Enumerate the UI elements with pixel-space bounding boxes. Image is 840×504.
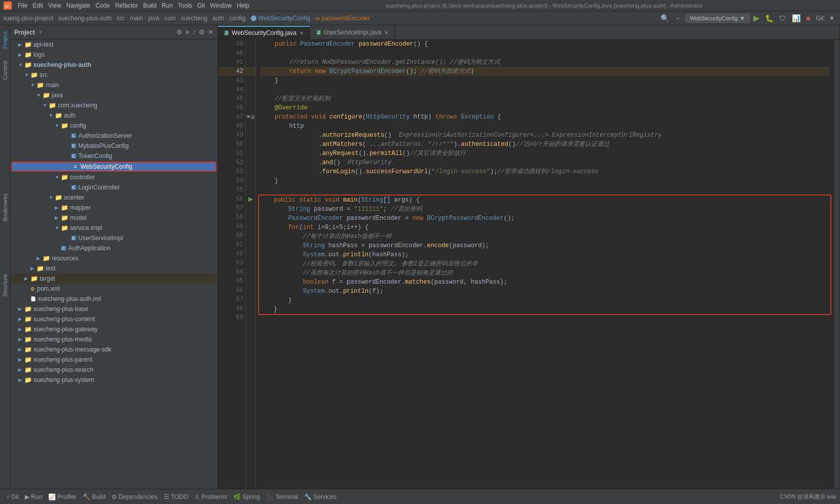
- tree-item-gateway[interactable]: ▶ 📁 xuecheng-plus-gateway: [10, 324, 217, 334]
- breadcrumb-project: xueng-plus-project: [3, 15, 53, 22]
- tree-item-pom[interactable]: ⚙ pom.xml: [10, 284, 217, 294]
- breadcrumb-com: com: [164, 15, 176, 22]
- scrollbar[interactable]: [833, 40, 839, 489]
- tree-item-iml[interactable]: 📄 xuecheng-plus-auth.iml: [10, 294, 217, 304]
- sidebar-filter-icon[interactable]: ⚙: [199, 28, 205, 36]
- tree-item-mapper[interactable]: ▶ 📁 mapper: [10, 203, 217, 213]
- tree-item-ucenter[interactable]: ▼ 📁 ucenter: [10, 192, 217, 203]
- code-editor[interactable]: 39 40 41 42 43 44 45 46 47 48 49 50 51 5…: [218, 40, 839, 489]
- tree-item-web-security-config[interactable]: C WebSecurityConfig: [11, 162, 216, 172]
- tree-item-user-service[interactable]: C UserServiceImpl: [10, 233, 217, 243]
- bottom-spring[interactable]: 🌿 Spring: [231, 492, 262, 501]
- breadcrumb-method: m passwordEncoder: [315, 15, 370, 22]
- tree-item-login-controller[interactable]: C LoginController: [10, 182, 217, 192]
- tree-item-auth-app[interactable]: C AuthApplication: [10, 243, 217, 253]
- breadcrumb-java: java: [148, 15, 159, 22]
- tree-item-target[interactable]: ▶ 📁 target: [10, 274, 217, 284]
- tree-item-service-impl[interactable]: ▼ 📁 service.impl: [10, 223, 217, 233]
- tree-item-model[interactable]: ▶ 📁 model: [10, 213, 217, 223]
- tab-close-1[interactable]: ✕: [300, 30, 304, 36]
- left-side-tabs: Project Commit Bookmarks Structure: [0, 25, 10, 489]
- side-tab-bookmarks[interactable]: Bookmarks: [1, 191, 9, 223]
- sidebar-settings-icon[interactable]: ⚙: [176, 28, 182, 36]
- menu-window[interactable]: Window: [207, 2, 234, 9]
- bottom-todo[interactable]: ☰ TODO: [162, 492, 190, 501]
- bottom-build[interactable]: 🔨 Build: [81, 492, 107, 501]
- tree-item-src[interactable]: ▼ 📁 src: [10, 70, 217, 80]
- tree-item-java[interactable]: ▼ 📁 java: [10, 90, 217, 100]
- menu-build[interactable]: Build: [140, 2, 159, 9]
- breadcrumb-class: ⬤ WebSecurityConfig: [250, 15, 310, 22]
- menu-run[interactable]: Run: [159, 2, 175, 9]
- menu-navigate[interactable]: Navigate: [64, 2, 93, 9]
- side-tab-structure[interactable]: Structure: [1, 272, 9, 299]
- profile-button[interactable]: 📊: [790, 13, 802, 23]
- bottom-services[interactable]: 🔧 Services: [302, 492, 339, 501]
- breadcrumb-src: src: [117, 15, 125, 22]
- menu-view[interactable]: View: [46, 2, 64, 9]
- tree-item-search[interactable]: ▶ 📁 xuecheng-plus-search: [10, 365, 217, 375]
- git-label: Git:: [816, 15, 825, 22]
- tree-item-token-config[interactable]: C TokenConfig: [10, 151, 217, 161]
- tree-item-resources[interactable]: ▶ 📁 resources: [10, 253, 217, 263]
- menu-tools[interactable]: Tools: [175, 2, 195, 9]
- bottom-git[interactable]: ⑂ Git: [4, 492, 21, 501]
- sidebar-close-icon[interactable]: ✕: [208, 28, 213, 36]
- menu-refactor[interactable]: Refactor: [113, 2, 140, 9]
- line-numbers: 39 40 41 42 43 44 45 46 47 48 49 50 51 5…: [218, 40, 246, 489]
- bottom-profiler[interactable]: 📈 Profiler: [46, 492, 79, 501]
- editor-tabs: J WebSecurityConfig.java ✕ J UserService…: [218, 25, 839, 40]
- tree-item-com-xuecheng[interactable]: ▼ 📁 com.xuecheng: [10, 100, 217, 110]
- problems-icon: ⚠: [194, 493, 200, 500]
- menu-help[interactable]: Help: [234, 2, 252, 9]
- tree-item-test[interactable]: ▶ 📁 test: [10, 263, 217, 274]
- tree-item-logs[interactable]: ▶ 📁 logs: [10, 50, 217, 60]
- code-text[interactable]: public PasswordEncoder passwordEncoder()…: [256, 40, 833, 489]
- bottom-run[interactable]: ▶ Run: [23, 492, 44, 501]
- sidebar-collapse-icon[interactable]: ≡: [186, 28, 190, 36]
- tree-item-main[interactable]: ▼ 📁 main: [10, 80, 217, 90]
- tree-item-parent[interactable]: ▶ 📁 xuecheng-plus-parent: [10, 355, 217, 365]
- bottom-terminal[interactable]: ⬛ Terminal: [264, 492, 300, 501]
- git-dropdown[interactable]: ▼: [827, 14, 837, 23]
- sidebar-sort-icon[interactable]: ↕: [193, 28, 196, 36]
- debug-button[interactable]: 🐛: [763, 13, 776, 23]
- tree-item-mybatis[interactable]: C MybatisPlusConfig: [10, 141, 217, 151]
- tab-close-2[interactable]: ✕: [384, 30, 388, 35]
- side-tab-commit[interactable]: Commit: [1, 59, 9, 82]
- tree-item-system[interactable]: ▶ 📁 xuecheng-plus-system: [10, 375, 217, 385]
- menu-file[interactable]: File: [15, 2, 30, 9]
- tree-item-xuecheng-auth[interactable]: ▼ 📁 xuecheng-plus-auth: [10, 60, 217, 70]
- tree-item-content[interactable]: ▶ 📁 xuecheng-plus-content: [10, 314, 217, 324]
- bottom-problems[interactable]: ⚠ Problems: [192, 492, 229, 501]
- menu-code[interactable]: Code: [93, 2, 113, 9]
- bottom-dependencies[interactable]: ⚙ Dependencies: [109, 492, 160, 501]
- stop-button[interactable]: ■: [804, 13, 812, 23]
- editor-area: J WebSecurityConfig.java ✕ J UserService…: [218, 25, 839, 489]
- breadcrumb-auth2: auth: [212, 15, 224, 22]
- deps-icon: ⚙: [112, 493, 117, 500]
- tree-item-controller[interactable]: ▼ 📁 controller: [10, 172, 217, 182]
- run-button[interactable]: ▶: [751, 12, 761, 24]
- tree-item-auth[interactable]: ▼ 📁 auth: [10, 110, 217, 121]
- tab-user-service[interactable]: J UserServiceImpl.java ✕: [310, 26, 395, 39]
- toolbar-navigate-back[interactable]: ←: [673, 13, 684, 23]
- tab-web-security[interactable]: J WebSecurityConfig.java ✕: [218, 26, 310, 39]
- svg-text:IJ: IJ: [5, 4, 9, 9]
- tree-item-config[interactable]: ▼ 📁 config: [10, 121, 217, 131]
- tree-item-auth-server[interactable]: C AuthorizationServer: [10, 131, 217, 141]
- menu-edit[interactable]: Edit: [30, 2, 46, 9]
- spring-icon: 🌿: [233, 493, 241, 500]
- menu-git[interactable]: Git: [195, 2, 207, 9]
- services-icon: 🔧: [304, 493, 312, 500]
- tree-item-message[interactable]: ▶ 📁 xuecheng-plus-message-sdk: [10, 344, 217, 355]
- project-tree[interactable]: ▶ 📁 api-test ▶ 📁 logs ▼ 📁 xuecheng-plus-…: [10, 40, 217, 489]
- tree-item-media[interactable]: ▶ 📁 xuecheng-plus-media: [10, 334, 217, 344]
- side-tab-project[interactable]: Project: [1, 29, 9, 51]
- code-gutter: ⚑@ ▶: [246, 40, 256, 489]
- toolbar-search-btn[interactable]: 🔍: [659, 13, 671, 23]
- tree-item-api-test[interactable]: ▶ 📁 api-test: [10, 40, 217, 50]
- tree-item-base[interactable]: ▶ 📁 xuecheng-plus-base: [10, 304, 217, 314]
- run-config-selector[interactable]: WebSecurityConfig ▼: [685, 14, 750, 23]
- run-with-coverage[interactable]: 🛡: [777, 13, 788, 23]
